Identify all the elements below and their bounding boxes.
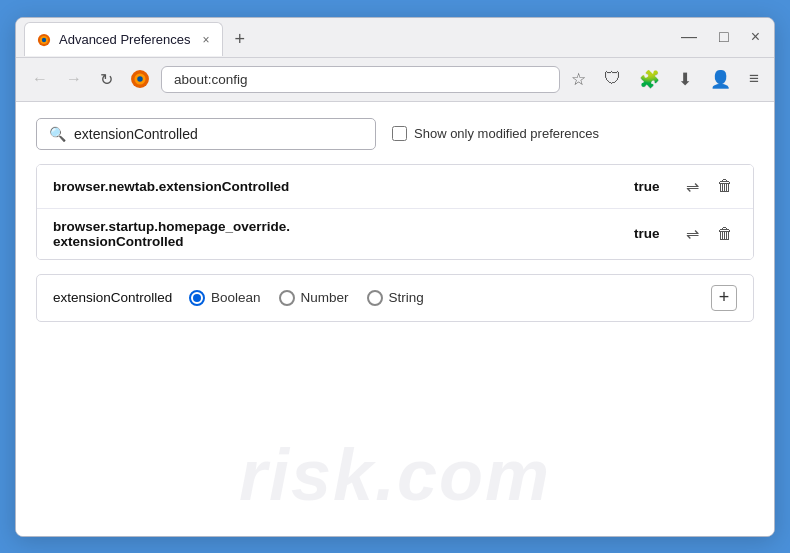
forward-icon: →: [66, 70, 82, 88]
shield-icon[interactable]: 🛡: [599, 66, 626, 92]
radio-string: [367, 290, 383, 306]
tab-favicon: [37, 33, 51, 47]
watermark: risk.com: [16, 434, 774, 516]
type-string[interactable]: String: [367, 290, 424, 306]
maximize-button[interactable]: □: [713, 26, 735, 48]
svg-point-2: [42, 37, 46, 41]
window-controls: — □ ×: [675, 26, 766, 48]
toggle-icon-1: ⇌: [686, 177, 699, 196]
table-row: browser.startup.homepage_override. exten…: [37, 209, 753, 259]
search-input[interactable]: [74, 126, 363, 142]
search-icon: 🔍: [49, 126, 66, 142]
table-row: browser.newtab.extensionControlled true …: [37, 165, 753, 209]
download-icon[interactable]: ⬇: [673, 66, 697, 93]
reload-button[interactable]: ↻: [94, 66, 119, 93]
radio-number: [279, 290, 295, 306]
show-modified-checkbox[interactable]: [392, 126, 407, 141]
type-boolean-label: Boolean: [211, 290, 261, 305]
add-pref-name: extensionControlled: [53, 290, 173, 305]
pref-name-2: browser.startup.homepage_override. exten…: [53, 219, 622, 249]
minimize-button[interactable]: —: [675, 26, 703, 48]
new-tab-button[interactable]: +: [227, 25, 254, 54]
back-button[interactable]: ←: [26, 66, 54, 92]
tab-close-button[interactable]: ×: [203, 33, 210, 47]
pref-name-2-line1: browser.startup.homepage_override.: [53, 219, 290, 234]
toolbar: ← → ↻ about:config ☆ 🛡 🧩 ⬇ 👤 ≡: [16, 58, 774, 102]
row-actions-1: ⇌ 🗑: [682, 175, 737, 198]
toggle-icon-2: ⇌: [686, 224, 699, 243]
type-options: Boolean Number String: [189, 290, 695, 306]
browser-window: Advanced Preferences × + — □ × ← → ↻ abo…: [15, 17, 775, 537]
type-boolean[interactable]: Boolean: [189, 290, 261, 306]
row-actions-2: ⇌ 🗑: [682, 222, 737, 245]
search-box: 🔍: [36, 118, 376, 150]
reload-icon: ↻: [100, 70, 113, 89]
pref-value-2: true: [634, 226, 670, 241]
forward-button[interactable]: →: [60, 66, 88, 92]
profile-icon[interactable]: 👤: [705, 66, 736, 93]
type-string-label: String: [389, 290, 424, 305]
delete-icon-1: 🗑: [717, 177, 733, 195]
menu-icon[interactable]: ≡: [744, 66, 764, 92]
bookmark-icon[interactable]: ☆: [566, 66, 591, 93]
show-modified-label: Show only modified preferences: [414, 126, 599, 141]
tab-title: Advanced Preferences: [59, 32, 191, 47]
back-icon: ←: [32, 70, 48, 88]
delete-button-2[interactable]: 🗑: [713, 223, 737, 245]
add-pref-row: extensionControlled Boolean Number: [36, 274, 754, 322]
title-bar: Advanced Preferences × + — □ ×: [16, 18, 774, 58]
add-pref-button[interactable]: +: [711, 285, 737, 311]
extension-icon[interactable]: 🧩: [634, 66, 665, 93]
delete-icon-2: 🗑: [717, 225, 733, 243]
radio-boolean-inner: [193, 294, 201, 302]
search-row: 🔍 Show only modified preferences: [36, 118, 754, 150]
address-text: about:config: [174, 72, 248, 87]
type-number-label: Number: [301, 290, 349, 305]
delete-button-1[interactable]: 🗑: [713, 175, 737, 197]
toggle-button-2[interactable]: ⇌: [682, 222, 703, 245]
pref-name-1: browser.newtab.extensionControlled: [53, 179, 622, 194]
close-window-button[interactable]: ×: [745, 26, 766, 48]
firefox-logo-icon: [129, 68, 151, 90]
browser-tab[interactable]: Advanced Preferences ×: [24, 22, 223, 56]
results-table: browser.newtab.extensionControlled true …: [36, 164, 754, 260]
show-modified-row: Show only modified preferences: [392, 126, 599, 141]
svg-point-5: [137, 76, 143, 82]
pref-name-2-line2: extensionControlled: [53, 234, 184, 249]
pref-value-1: true: [634, 179, 670, 194]
type-number[interactable]: Number: [279, 290, 349, 306]
address-bar[interactable]: about:config: [161, 66, 560, 93]
radio-boolean: [189, 290, 205, 306]
toolbar-icons: ☆ 🛡 🧩 ⬇ 👤 ≡: [566, 66, 764, 93]
toggle-button-1[interactable]: ⇌: [682, 175, 703, 198]
main-content: risk.com 🔍 Show only modified preference…: [16, 102, 774, 536]
